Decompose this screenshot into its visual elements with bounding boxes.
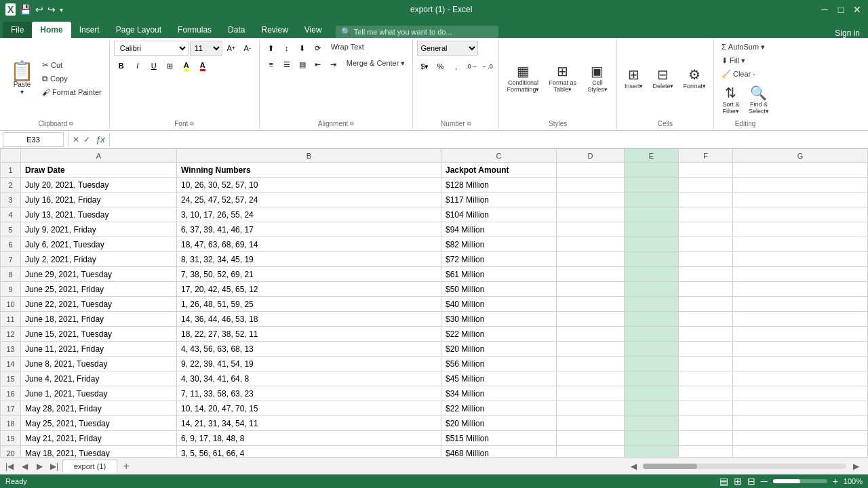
font-color-btn[interactable]: A: [195, 58, 210, 73]
tab-data[interactable]: Data: [220, 22, 253, 38]
cut-button[interactable]: ✂ Cut: [39, 59, 105, 71]
table-cell[interactable]: [679, 237, 733, 252]
table-cell[interactable]: May 18, 2021, Tuesday: [21, 446, 177, 458]
table-cell[interactable]: June 29, 2021, Tuesday: [21, 267, 177, 282]
table-cell[interactable]: July 13, 2021, Tuesday: [21, 207, 177, 222]
cell-D1[interactable]: [557, 163, 625, 178]
cell-F1[interactable]: [679, 163, 733, 178]
tab-pagelayout[interactable]: Page Layout: [108, 22, 170, 38]
number-format-select[interactable]: General: [417, 41, 478, 56]
table-cell[interactable]: 4, 43, 56, 63, 68, 13: [177, 342, 441, 357]
table-cell[interactable]: [679, 446, 733, 458]
table-cell[interactable]: $117 Million: [441, 192, 557, 207]
table-cell[interactable]: $468 Million: [441, 446, 557, 458]
table-cell[interactable]: [679, 178, 733, 192]
page-layout-icon[interactable]: ⊞: [734, 476, 742, 487]
cell-G1[interactable]: [733, 163, 868, 178]
increase-font-btn[interactable]: A+: [224, 41, 239, 56]
table-cell[interactable]: July 20, 2021, Tuesday: [21, 178, 177, 192]
table-cell[interactable]: [733, 192, 868, 207]
table-cell[interactable]: [557, 357, 625, 371]
increase-decimal-btn[interactable]: ←.0: [479, 59, 494, 74]
table-cell[interactable]: 10, 26, 30, 52, 57, 10: [177, 178, 441, 192]
format-btn[interactable]: ⚙ Format▾: [679, 58, 709, 99]
table-cell[interactable]: 18, 22, 27, 38, 52, 11: [177, 327, 441, 342]
table-cell[interactable]: [679, 386, 733, 401]
table-cell[interactable]: June 1, 2021, Tuesday: [21, 386, 177, 401]
table-cell[interactable]: June 18, 2021, Friday: [21, 312, 177, 327]
align-top-btn[interactable]: ⬆: [264, 41, 279, 56]
table-cell[interactable]: [625, 327, 679, 342]
table-cell[interactable]: [733, 312, 868, 327]
paste-button[interactable]: 📋 Paste ▾: [7, 58, 37, 99]
table-cell[interactable]: June 22, 2021, Tuesday: [21, 297, 177, 312]
table-cell[interactable]: 1, 26, 48, 51, 59, 25: [177, 297, 441, 312]
table-cell[interactable]: 14, 21, 31, 34, 54, 11: [177, 416, 441, 431]
table-cell[interactable]: $50 Million: [441, 282, 557, 297]
decrease-indent-btn[interactable]: ⇤: [311, 57, 326, 72]
table-cell[interactable]: 10, 14, 20, 47, 70, 15: [177, 401, 441, 416]
undo-icon[interactable]: ↩: [35, 4, 43, 15]
table-cell[interactable]: [679, 416, 733, 431]
align-bottom-btn[interactable]: ⬇: [295, 41, 310, 56]
table-cell[interactable]: $34 Million: [441, 386, 557, 401]
tab-file[interactable]: File: [3, 22, 32, 38]
minimize-btn[interactable]: ─: [819, 4, 830, 15]
redo-icon[interactable]: ↪: [47, 4, 56, 15]
col-header-C[interactable]: C: [441, 149, 557, 163]
table-cell[interactable]: [733, 357, 868, 371]
table-cell[interactable]: [557, 401, 625, 416]
table-cell[interactable]: [625, 357, 679, 371]
table-cell[interactable]: $104 Million: [441, 207, 557, 222]
table-cell[interactable]: $515 Million: [441, 431, 557, 446]
underline-btn[interactable]: U: [146, 58, 161, 73]
table-cell[interactable]: [625, 446, 679, 458]
delete-btn[interactable]: ⊟ Delete▾: [649, 58, 677, 99]
zoom-in-btn[interactable]: +: [833, 476, 838, 487]
table-cell[interactable]: May 28, 2021, Friday: [21, 401, 177, 416]
confirm-icon[interactable]: ✓: [83, 135, 90, 144]
table-cell[interactable]: 9, 22, 39, 41, 54, 19: [177, 357, 441, 371]
tab-formulas[interactable]: Formulas: [170, 22, 220, 38]
table-cell[interactable]: June 4, 2021, Friday: [21, 371, 177, 386]
table-cell[interactable]: [679, 267, 733, 282]
table-cell[interactable]: [733, 222, 868, 237]
table-cell[interactable]: 7, 11, 33, 58, 63, 23: [177, 386, 441, 401]
fill-color-btn[interactable]: A: [179, 58, 194, 73]
table-cell[interactable]: July 9, 2021, Friday: [21, 222, 177, 237]
table-cell[interactable]: [625, 386, 679, 401]
table-cell[interactable]: [625, 252, 679, 267]
table-cell[interactable]: [557, 446, 625, 458]
table-cell[interactable]: [625, 222, 679, 237]
sheet-nav-last[interactable]: ▶|: [47, 460, 61, 473]
font-family-select[interactable]: Calibri: [114, 41, 189, 56]
sheet-tab-export[interactable]: export (1): [62, 460, 117, 472]
table-cell[interactable]: $22 Million: [441, 327, 557, 342]
table-cell[interactable]: [625, 401, 679, 416]
table-cell[interactable]: [557, 207, 625, 222]
table-cell[interactable]: $45 Million: [441, 371, 557, 386]
table-cell[interactable]: [679, 207, 733, 222]
table-cell[interactable]: [733, 267, 868, 282]
table-cell[interactable]: [557, 386, 625, 401]
table-cell[interactable]: 14, 36, 44, 46, 53, 18: [177, 312, 441, 327]
table-cell[interactable]: $20 Million: [441, 416, 557, 431]
name-box[interactable]: [3, 132, 64, 147]
font-size-select[interactable]: 11: [190, 41, 222, 56]
table-cell[interactable]: [557, 431, 625, 446]
table-cell[interactable]: [557, 237, 625, 252]
table-cell[interactable]: [733, 327, 868, 342]
table-cell[interactable]: [557, 252, 625, 267]
tab-home[interactable]: Home: [32, 22, 71, 38]
add-sheet-btn[interactable]: +: [119, 460, 134, 473]
table-cell[interactable]: 6, 9, 17, 18, 48, 8: [177, 431, 441, 446]
table-cell[interactable]: 3, 10, 17, 26, 55, 24: [177, 207, 441, 222]
table-cell[interactable]: $72 Million: [441, 252, 557, 267]
table-cell[interactable]: $30 Million: [441, 312, 557, 327]
table-cell[interactable]: [733, 371, 868, 386]
increase-indent-btn[interactable]: ⇥: [326, 57, 341, 72]
table-cell[interactable]: July 16, 2021, Friday: [21, 192, 177, 207]
table-cell[interactable]: [625, 282, 679, 297]
table-cell[interactable]: [679, 431, 733, 446]
table-cell[interactable]: [625, 207, 679, 222]
